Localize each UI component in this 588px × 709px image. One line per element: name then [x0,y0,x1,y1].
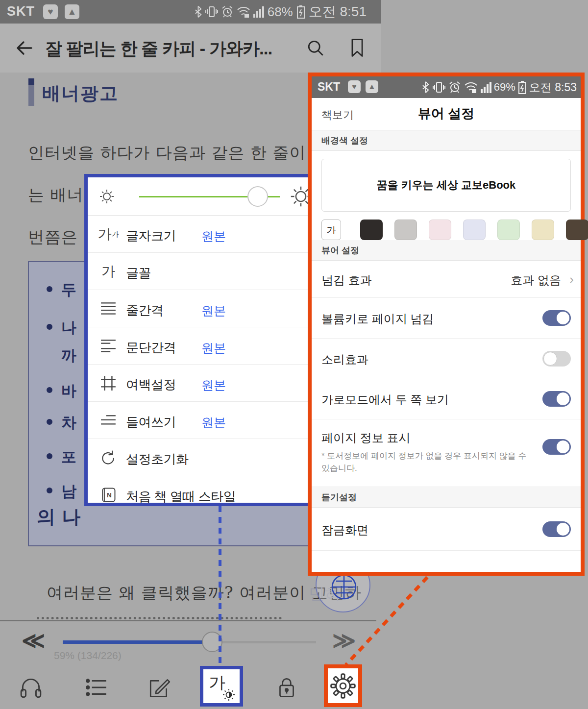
popup-item-margin[interactable]: 여백설정 원본 [88,365,321,402]
item-value: 원본 [201,377,226,393]
bullet-item: 남 [47,481,76,502]
font-size-icon: 가가 [98,216,119,253]
battery-percent: 68% [268,4,293,20]
body-text-line: 는 배너 [28,184,84,206]
bg-color-swatch[interactable] [497,220,520,240]
status-icons [194,5,264,18]
bullet-item: 바 [47,381,76,401]
brightness-row [88,177,321,216]
vibrate-icon [433,81,445,94]
battery-percent: 69% [494,81,515,94]
lock-screen-toggle[interactable] [542,521,571,537]
volume-key-toggle[interactable] [542,310,571,326]
settings-button[interactable] [324,664,362,707]
search-icon[interactable] [305,37,326,61]
toolbar-divider [0,620,376,621]
alarm-icon [448,81,461,94]
notification-app-icon: ♥ [348,80,361,93]
bullet-item: 나 [47,318,76,338]
font-brightness-icon: 가 [209,674,234,699]
page-info-toggle[interactable] [542,439,571,455]
popup-item-line-spacing[interactable]: 줄간격 원본 [88,290,321,327]
bullet-tail-text: 의 나 [37,505,80,530]
popup-item-reset-settings[interactable]: 설정초기화 [88,439,321,476]
font-face-icon: 가 [98,253,119,290]
background-preview-area: 꿈을 키우는 세상 교보eBook 가 [312,151,581,240]
row-value: 효과 없음 [511,272,561,288]
line-spacing-icon [98,290,119,327]
lock-icon[interactable] [274,675,299,702]
background-swatches: 가 [321,220,571,240]
wifi-lock-icon [464,81,478,94]
back-arrow-icon[interactable] [13,36,36,62]
row-lock-screen: 잠금화면 [312,508,581,551]
section-background-color: 배경색 설정 [312,130,581,151]
alarm-icon [221,5,234,18]
memo-compose-icon[interactable] [147,675,172,702]
bg-color-swatch[interactable] [429,220,451,240]
bg-color-swatch[interactable] [360,220,383,240]
signal-strength-icon [481,81,491,94]
font-settings-button[interactable]: 가 [200,666,243,707]
item-value: 원본 [201,415,226,431]
battery-charging-icon [296,5,305,19]
row-two-page-landscape: 가로모드에서 두 쪽 보기 [312,379,581,419]
chevron-right-icon: › [569,272,574,287]
brightness-low-icon [97,186,117,209]
row-page-info-display: 페이지 정보 표시 * 도서정보에 페이지 정보가 없을 경우 표시되지 않을 … [312,419,581,487]
bullet-item: 차 [47,413,76,433]
panel-title: 뷰어 설정 [312,105,581,122]
item-value: 원본 [201,228,226,244]
notification-app-icon: ♥ [43,4,58,19]
bg-color-swatch[interactable] [566,220,588,240]
viewer-settings-panel: SKT ♥ ▲ 69% 오전 8:53 책보기 뷰어 설정 배경색 설정 꿈을 … [308,73,585,576]
progress-caption: 59% (134/226) [54,650,122,661]
margin-settings-icon [98,365,119,402]
clock-time: 오전 8:53 [529,80,577,95]
bg-color-swatch[interactable] [394,220,417,240]
row-sound-effect: 소리효과 [312,339,581,379]
svg-text:N: N [107,491,112,499]
bullet-item: 두 [47,280,76,300]
status-bar: SKT ♥ ▲ 68% 오전 8:51 [0,0,381,24]
book-title: 잘 팔리는 한 줄 카피 - 가와카... [45,37,272,60]
popup-item-font-face[interactable]: 가 글꼴 [88,253,321,290]
bluetooth-icon [194,5,202,18]
settings-gear-icon [330,673,356,699]
font-color-swatch[interactable]: 가 [321,220,341,240]
progress-thumb[interactable] [202,632,222,652]
bg-color-swatch[interactable] [463,220,486,240]
popup-item-paragraph-spacing[interactable]: 문단간격 원본 [88,327,321,365]
paragraph-spacing-icon [98,327,119,365]
bookmark-icon[interactable] [347,37,368,61]
row-page-turn-effect[interactable]: 넘김 효과 효과 없음 › [312,261,581,298]
popup-item-indent[interactable]: 들여쓰기 원본 [88,402,321,439]
font-settings-popup: 가가 글자크기 원본 가 글꼴 줄간격 원본 문단간격 원본 여백설정 [84,174,324,506]
screenshot-notification-icon: ▲ [366,80,378,93]
clock-time: 오전 8:51 [309,2,367,21]
tts-headphones-icon[interactable] [19,675,43,702]
battery-charging-icon [518,80,527,94]
bg-color-swatch[interactable] [532,220,554,240]
row-note: * 도서정보에 페이지 정보가 없을 경우 표시되지 않을 수 있습니다. [321,450,532,474]
initial-style-icon: N [98,476,119,513]
reset-icon [98,439,119,476]
section-listen-settings: 듣기설정 [312,487,581,508]
panel-status-bar: SKT ♥ ▲ 69% 오전 8:53 [312,76,581,98]
toc-list-icon[interactable] [84,675,109,702]
heading-accent-bar [28,78,34,106]
vibrate-icon [205,5,218,18]
section-viewer-settings: 뷰어 설정 [312,240,581,261]
battery-icon [296,5,305,19]
next-chapter-button[interactable]: ≫ [332,627,356,654]
brightness-thumb[interactable] [247,186,268,207]
prev-chapter-button[interactable]: ≪ [22,627,45,654]
two-page-toggle[interactable] [542,391,571,407]
chapter-heading: 배너광고 [42,81,119,106]
popup-item-initial-style[interactable]: N 처음 책 열때 스타일 [88,476,321,513]
popup-item-font-size[interactable]: 가가 글자크기 원본 [88,216,321,253]
battery-icon [518,80,527,94]
sound-effect-toggle[interactable] [542,351,571,367]
background-preview-card: 꿈을 키우는 세상 교보eBook [321,159,571,212]
body-text-line: 인터넷을 하다가 다음과 같은 한 줄이 소 [28,142,328,164]
